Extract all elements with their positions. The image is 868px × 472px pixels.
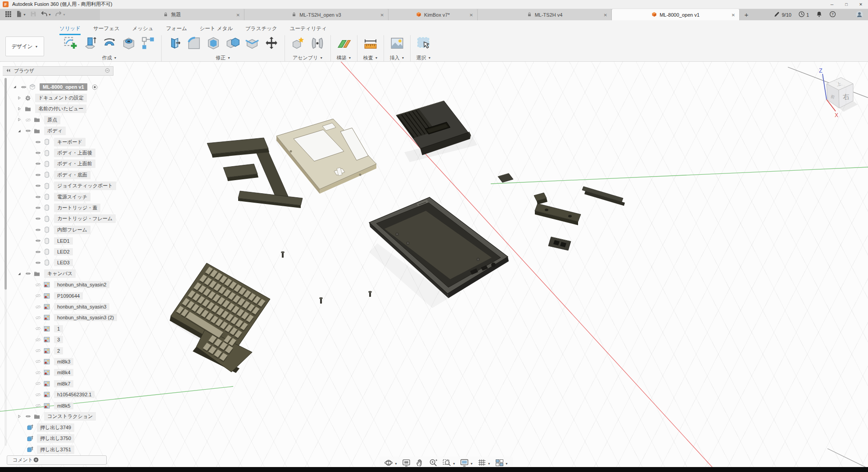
visibility-eye-icon[interactable] (24, 127, 33, 135)
visibility-eye-icon[interactable] (34, 160, 43, 168)
combine-button[interactable] (225, 36, 241, 52)
document-tab[interactable]: ML-TS2H v4✕ (478, 9, 612, 20)
browser-tree-row[interactable]: キャンバス (3, 268, 113, 279)
browser-tree-row[interactable]: ジョイスティックポート (3, 181, 113, 191)
move-copy-button[interactable] (263, 36, 280, 52)
viewcube-right-face[interactable]: 右 (842, 92, 850, 101)
visibility-eye-icon[interactable] (34, 358, 43, 365)
browser-tree-row[interactable]: LED1 (3, 235, 113, 246)
part-joystick-port[interactable] (548, 237, 571, 250)
tab-close-icon[interactable]: ✕ (236, 12, 240, 17)
part-keyboard[interactable] (170, 263, 270, 373)
usage-badge[interactable]: 9/10 (773, 11, 791, 18)
user-avatar[interactable] (855, 10, 863, 19)
fillet-button[interactable] (186, 36, 202, 52)
visibility-eye-icon[interactable] (34, 314, 43, 322)
collapse-panel-icon[interactable] (5, 68, 11, 74)
browser-tree-row[interactable]: ml8k3 (3, 356, 113, 367)
group-dropdown[interactable]: 選択▼ (416, 54, 431, 61)
ribbon-tab[interactable]: ユーティリティ (290, 25, 327, 35)
browser-tree-row[interactable]: 押し出し3750 (3, 433, 113, 444)
visibility-eye-icon[interactable] (34, 391, 43, 399)
insert-image-button[interactable] (389, 36, 405, 52)
ribbon-tab[interactable]: シート メタル (200, 25, 233, 35)
workspace-switcher[interactable]: デザイン▼ (5, 36, 44, 56)
browser-tree-row[interactable]: 原点 (3, 114, 113, 125)
ribbon-tab[interactable]: サーフェス (93, 25, 120, 35)
part-screw-3[interactable] (368, 291, 372, 297)
new-component-button[interactable] (290, 36, 306, 52)
viewcube[interactable]: Z X 上 前 右 (819, 68, 858, 118)
visibility-eye-icon[interactable] (34, 402, 43, 409)
ribbon-tab[interactable]: メッシュ (132, 25, 154, 35)
visibility-eye-icon[interactable] (34, 248, 43, 256)
visibility-eye-icon[interactable] (34, 336, 43, 344)
visibility-eye-icon[interactable] (34, 171, 43, 179)
group-dropdown[interactable]: アセンブリ▼ (293, 54, 323, 61)
notifications-button[interactable] (816, 11, 823, 18)
group-dropdown[interactable]: 作成▼ (102, 54, 117, 61)
group-dropdown[interactable]: 修正▼ (216, 54, 231, 61)
visibility-eye-icon[interactable] (34, 226, 43, 234)
browser-tree-row[interactable]: ドキュメントの設定 (3, 92, 113, 103)
joint-button[interactable] (309, 36, 326, 52)
tab-close-icon[interactable]: ✕ (732, 12, 735, 17)
browser-tree-row[interactable]: ボディ (3, 126, 113, 136)
app-grid-button[interactable] (4, 10, 13, 20)
group-dropdown[interactable]: 挿入▼ (390, 54, 405, 61)
create-sketch-button[interactable] (63, 36, 79, 52)
panel-options-icon[interactable] (104, 68, 110, 74)
browser-tree-row[interactable]: 1 (3, 323, 113, 334)
visibility-eye-icon[interactable] (34, 380, 43, 387)
browser-tree-row[interactable]: ボディ・底面 (3, 169, 113, 180)
part-body-top-front[interactable] (276, 119, 376, 194)
browser-tree-row[interactable]: ml8k5 (3, 400, 113, 411)
browser-tree-row[interactable]: ボディ・上面前 (3, 159, 113, 169)
browser-tree-row[interactable]: ML-8000_open v1 (3, 82, 113, 92)
save-button[interactable] (29, 10, 38, 20)
browser-tree-row[interactable]: 押し出し3749 (3, 422, 113, 433)
browser-tree-row[interactable]: honbun_shita_syasin2 (3, 279, 113, 290)
browser-tree-row[interactable]: カートリッジ・フレーム (3, 213, 113, 224)
browser-tree-row[interactable]: 2 (3, 345, 113, 356)
expander-icon[interactable] (14, 95, 24, 101)
browser-tree-row[interactable]: キーボード (3, 136, 113, 147)
help-button[interactable]: ? (829, 11, 836, 18)
browser-tree-row[interactable]: ml8k7 (3, 378, 113, 389)
browser-tree-row[interactable]: h1054562392.1 (3, 389, 113, 400)
browser-tree-row[interactable]: 名前の付いたビュー (3, 104, 113, 114)
visibility-eye-icon[interactable] (34, 281, 43, 289)
visibility-eye-icon[interactable] (24, 270, 33, 277)
document-tab[interactable]: ML-TS2H_open v3✕ (244, 9, 389, 20)
visibility-eye-icon[interactable] (34, 138, 43, 146)
visibility-eye-icon[interactable] (34, 149, 43, 157)
revolve-button[interactable] (101, 36, 118, 52)
add-comment-icon[interactable] (33, 457, 39, 464)
close-button[interactable]: ✕ (854, 0, 868, 9)
browser-tree-row[interactable]: 3 (3, 334, 113, 345)
expander-icon[interactable] (14, 128, 24, 134)
undo-button[interactable]: ▼ (40, 10, 52, 20)
visibility-eye-icon[interactable] (34, 193, 43, 201)
browser-tree-row[interactable]: ボディ・上面後 (3, 147, 113, 158)
new-tab-button[interactable]: + (740, 9, 753, 20)
document-tab[interactable]: ML-8000_open v1✕ (612, 9, 740, 20)
expander-icon[interactable] (14, 271, 24, 277)
browser-tree-row[interactable]: P1090644 (3, 290, 113, 301)
press-pull-button[interactable] (167, 36, 183, 52)
group-dropdown[interactable]: 検査▼ (363, 54, 378, 61)
part-screw-1[interactable] (281, 251, 285, 258)
part-body-bottom[interactable] (369, 197, 509, 298)
shell-button[interactable] (205, 36, 222, 52)
ribbon-tab[interactable]: ソリッド (59, 25, 81, 35)
minimize-button[interactable]: ─ (825, 0, 839, 9)
visibility-eye-icon[interactable] (24, 413, 33, 420)
group-dropdown[interactable]: 構築▼ (337, 54, 352, 61)
browser-tree-row[interactable]: LED3 (3, 257, 113, 268)
browser-tree-row[interactable]: カートリッジ・蓋 (3, 202, 113, 213)
job-status-badge[interactable]: 1 (798, 11, 809, 18)
browser-tree-row[interactable]: 押し出し3751 (3, 444, 113, 455)
visibility-eye-icon[interactable] (24, 116, 33, 124)
construction-plane-button[interactable] (336, 36, 352, 52)
visibility-eye-icon[interactable] (34, 259, 43, 267)
